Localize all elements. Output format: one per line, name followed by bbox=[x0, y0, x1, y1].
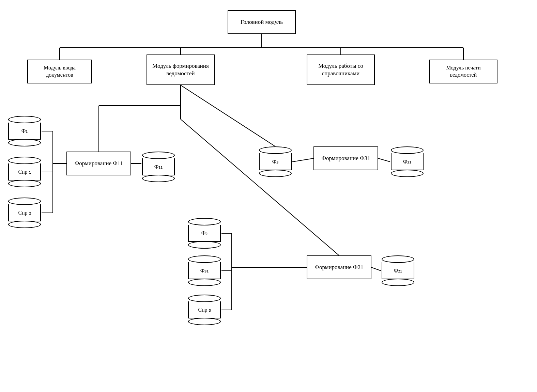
svg-line-25 bbox=[371, 267, 381, 271]
cyl-f31-out: Ф₃₁ bbox=[390, 146, 424, 177]
module-formirovaniya: Модуль формирования ведомостей bbox=[147, 54, 215, 85]
form-f31-box: Формирование Ф31 bbox=[313, 146, 378, 170]
cyl-spr2: Спр ₂ bbox=[7, 198, 42, 228]
head-module: Головной модуль bbox=[228, 10, 296, 34]
svg-line-19 bbox=[378, 158, 390, 162]
module-pechati: Модуль печати ведомостей bbox=[429, 60, 497, 83]
cyl-f21: Ф₂₁ bbox=[381, 255, 415, 286]
form-f21-box: Формирование Ф21 bbox=[307, 255, 371, 279]
cyl-spr1: Спр ₁ bbox=[7, 157, 42, 187]
cyl-f11: Ф₁₁ bbox=[141, 152, 175, 182]
module-work-spravochniki: Модуль работы со справочниками bbox=[307, 54, 375, 85]
diagram: Головной модуль Модуль ввода документов … bbox=[0, 0, 537, 392]
svg-line-9 bbox=[181, 85, 275, 146]
cyl-f2: Ф₂ bbox=[187, 218, 221, 249]
form-f11-box: Формирование Ф11 bbox=[66, 152, 131, 175]
svg-line-18 bbox=[292, 158, 313, 162]
connection-lines bbox=[0, 0, 537, 392]
cyl-spr3: Спр ₃ bbox=[187, 295, 221, 325]
cyl-f3: Ф₃ bbox=[258, 146, 292, 177]
cyl-f31-in: Ф₃₁ bbox=[187, 255, 221, 286]
cyl-f1: Ф₁ bbox=[7, 116, 42, 146]
module-vvod: Модуль ввода документов bbox=[27, 60, 92, 83]
